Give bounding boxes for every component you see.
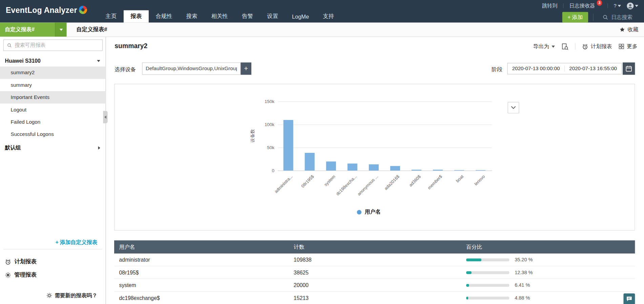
percent-progress-fill: [466, 258, 481, 261]
y-axis-tick-label: 150k: [250, 99, 274, 104]
log-receiver-label: 日志接收器: [569, 2, 595, 9]
select-arrow[interactable]: [55, 23, 66, 37]
period-end-value[interactable]: 2020-07-13 16:55:00: [564, 66, 622, 72]
cell-username[interactable]: dc198exchange$: [114, 295, 294, 301]
more-button[interactable]: 更多: [619, 43, 638, 50]
table-row[interactable]: administrator10983835.20 %: [114, 254, 635, 266]
search-icon: [7, 42, 12, 48]
divider: [3, 249, 102, 249]
chart-bar[interactable]: [433, 170, 443, 170]
cell-username[interactable]: administrator: [114, 257, 294, 263]
nav-logme[interactable]: LogMe: [285, 10, 316, 22]
add-custom-report-link[interactable]: + 添加自定义报表: [55, 239, 97, 246]
percent-progress-fill: [466, 271, 472, 274]
percent-value: 35.20 %: [515, 257, 533, 263]
sidebar-item-failed-logon[interactable]: Failed Logon: [0, 116, 106, 128]
default-group-header[interactable]: 默认组: [0, 142, 106, 154]
cell-username[interactable]: system: [114, 282, 294, 288]
nav-home[interactable]: 主页: [99, 10, 124, 22]
cell-count: 15213: [294, 295, 466, 301]
nav-reports[interactable]: 报表: [124, 10, 149, 22]
chart-bar[interactable]: [476, 170, 485, 170]
period-range-field[interactable]: 2020-07-13 00:00:00 2020-07-13 16:55:00: [507, 63, 622, 74]
log-receiver-link[interactable]: 日志接收器 3: [569, 2, 602, 9]
device-select-input[interactable]: [146, 66, 237, 72]
nav-support[interactable]: 支持: [316, 10, 341, 22]
cell-count: 109838: [294, 257, 466, 263]
add-button[interactable]: + 添加: [562, 12, 588, 23]
table-row[interactable]: dc198exchange$152134.88 %: [114, 292, 635, 304]
chart-bar[interactable]: [454, 170, 464, 170]
divider: [607, 3, 608, 8]
report-preview-icon: [561, 43, 568, 50]
need-new-report-link[interactable]: 需要新的报表吗？: [46, 292, 97, 299]
divider: [563, 3, 564, 8]
chart-bar[interactable]: [305, 153, 315, 170]
schedule-report-button[interactable]: 计划报表: [582, 43, 612, 50]
tab-custom-reports[interactable]: 自定义报表#: [77, 23, 107, 37]
nav-settings[interactable]: 设置: [260, 10, 285, 22]
log-search-button[interactable]: 日志搜索: [598, 12, 637, 22]
chart-bar[interactable]: [412, 170, 421, 170]
help-menu[interactable]: ?: [614, 3, 621, 8]
chevron-right-icon: [98, 146, 100, 150]
sidebar-item-summary[interactable]: summary: [0, 79, 106, 91]
chevron-down-icon: [618, 5, 621, 7]
report-subheader: 自定义报表# 自定义报表# 收藏: [0, 23, 644, 37]
scheduled-reports-button[interactable]: 计划报表: [5, 258, 37, 265]
device-select-field[interactable]: [142, 62, 241, 75]
calendar-button[interactable]: [623, 62, 635, 75]
period-start-value[interactable]: 2020-07-13 00:00:00: [508, 66, 564, 72]
chart-bar[interactable]: [390, 166, 400, 171]
user-avatar-icon: [627, 2, 634, 9]
scheduled-reports-label: 计划报表: [14, 258, 36, 265]
chart-bar[interactable]: [348, 163, 357, 170]
cell-username[interactable]: 08r195$: [114, 269, 294, 276]
table-row[interactable]: system200006.41 %: [114, 279, 635, 292]
percent-progress-bar: [466, 284, 509, 286]
chevron-left-icon: [104, 116, 106, 119]
page-title: summary2: [115, 42, 147, 50]
favorite-label: 收藏: [628, 26, 639, 33]
chart-legend[interactable]: 用户名: [357, 208, 381, 216]
chart-bar[interactable]: [369, 164, 379, 170]
manage-reports-button[interactable]: 管理报表: [5, 271, 37, 279]
report-category-select[interactable]: 自定义报表#: [0, 23, 66, 37]
col-header-count: 计数: [294, 243, 466, 251]
x-axis-tick-label: member$: [396, 174, 443, 221]
nav-compliance[interactable]: 合规性: [149, 10, 179, 22]
chart-collapse-button[interactable]: [508, 102, 519, 114]
topbar: EventLog Analyzer 主页 报表 合规性 搜索 相关性 告警 设置…: [0, 0, 644, 23]
gridline: [278, 170, 492, 171]
report-search-input[interactable]: [15, 42, 99, 48]
favorite-button[interactable]: 收藏: [619, 23, 638, 37]
chevron-down-icon: [635, 5, 638, 7]
export-as-button[interactable]: 导出为: [533, 43, 555, 50]
report-toolbar: 导出为 计划报表 更多: [533, 43, 638, 50]
chart-bar[interactable]: [326, 161, 336, 170]
user-menu[interactable]: [627, 2, 638, 9]
table-row[interactable]: 08r195$3862512.38 %: [114, 266, 635, 279]
sidebar-collapse-handle[interactable]: [103, 111, 107, 123]
report-preview-button[interactable]: [561, 43, 568, 50]
sidebar-item-important-events[interactable]: Important Events: [0, 91, 106, 103]
chevron-down-icon: [511, 106, 516, 109]
sidebar-item-logout[interactable]: Logout: [0, 104, 106, 116]
sidebar-item-summary2[interactable]: summary2: [0, 66, 106, 79]
nav-search[interactable]: 搜索: [179, 10, 204, 22]
chat-support-button[interactable]: [623, 293, 635, 304]
sidebar-item-successful-logons[interactable]: Successful Logons: [0, 128, 106, 140]
nav-correlation[interactable]: 相关性: [204, 10, 235, 22]
alarm-clock-icon: [5, 259, 11, 265]
x-axis-tick-label: system: [289, 174, 336, 221]
gear-icon: [5, 272, 11, 278]
chart-bar[interactable]: [284, 120, 293, 170]
device-group-label: Huawei S3100: [5, 58, 41, 64]
jump-to-link[interactable]: 跳转到: [542, 2, 557, 9]
chat-icon: [626, 296, 632, 302]
nav-alerts[interactable]: 告警: [235, 10, 260, 22]
add-device-button[interactable]: +: [241, 62, 251, 75]
device-group-header[interactable]: Huawei S3100: [0, 55, 106, 66]
percent-value: 6.41 %: [515, 282, 530, 288]
cell-percent: 6.41 %: [466, 282, 635, 288]
